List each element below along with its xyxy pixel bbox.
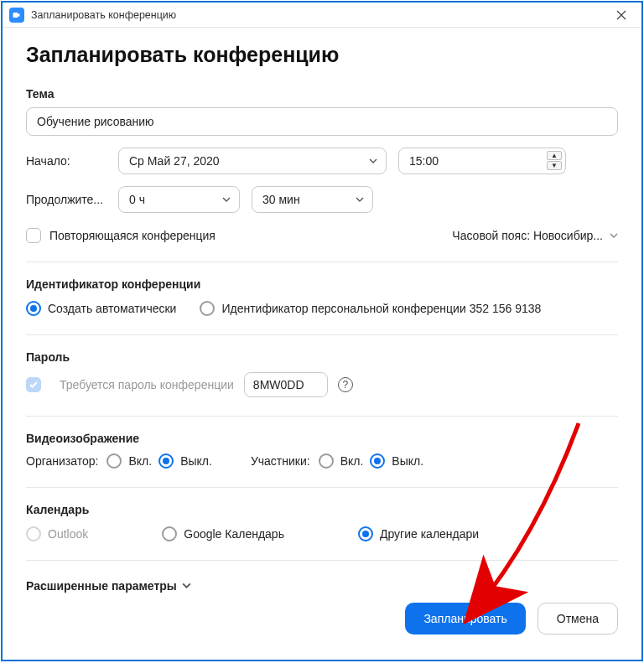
timezone-text: Часовой пояс: Новосибир... bbox=[452, 229, 603, 242]
require-password-label: Требуется пароль конференции bbox=[60, 378, 234, 391]
host-video-off[interactable]: Выкл. bbox=[158, 453, 212, 469]
start-date-combo[interactable]: Ср Май 27, 2020 bbox=[118, 148, 387, 174]
host-video-on[interactable]: Вкл. bbox=[106, 453, 152, 469]
participant-label: Участники: bbox=[251, 454, 310, 468]
window-title: Запланировать конференцию bbox=[31, 9, 606, 21]
radio-icon bbox=[158, 453, 174, 469]
participant-video-on[interactable]: Вкл. bbox=[319, 453, 364, 469]
calendar-options: Outlook Google Календарь Другие календар… bbox=[26, 526, 618, 541]
start-time-input[interactable]: 15:00 ▲ ▼ bbox=[398, 148, 566, 174]
meeting-id-section-label: Идентификатор конференции bbox=[26, 277, 618, 291]
timezone-link[interactable]: Часовой пояс: Новосибир... bbox=[452, 229, 618, 242]
radio-icon bbox=[26, 301, 41, 316]
recurring-label: Повторяющаяся конференция bbox=[49, 229, 216, 242]
meeting-id-options: Создать автоматически Идентификатор перс… bbox=[26, 301, 618, 316]
off-label: Выкл. bbox=[180, 454, 212, 468]
titlebar: Запланировать конференцию bbox=[3, 3, 641, 28]
on-label: Вкл. bbox=[128, 454, 152, 468]
help-icon[interactable]: ? bbox=[338, 377, 353, 392]
calendar-section-label: Календарь bbox=[26, 503, 618, 516]
host-label: Организатор: bbox=[26, 454, 98, 468]
time-step-up[interactable]: ▲ bbox=[547, 151, 562, 160]
separator bbox=[26, 334, 618, 335]
calendar-google-option[interactable]: Google Календарь bbox=[162, 526, 284, 541]
zoom-app-icon bbox=[9, 8, 24, 23]
cancel-button[interactable]: Отмена bbox=[538, 603, 618, 635]
start-date-value: Ср Май 27, 2020 bbox=[129, 154, 220, 168]
duration-hours-combo[interactable]: 0 ч bbox=[118, 186, 240, 213]
close-icon[interactable] bbox=[606, 3, 636, 27]
password-section-label: Пароль bbox=[26, 350, 618, 364]
advanced-toggle[interactable]: Расширенные параметры bbox=[26, 579, 618, 593]
separator bbox=[26, 416, 618, 417]
chevron-down-icon bbox=[356, 193, 364, 206]
radio-icon bbox=[358, 526, 373, 541]
calendar-google-label: Google Календарь bbox=[184, 527, 284, 541]
meeting-id-auto-option[interactable]: Создать автоматически bbox=[26, 301, 176, 316]
separator bbox=[26, 487, 618, 488]
require-password-checkbox bbox=[26, 377, 41, 392]
off-label: Выкл. bbox=[392, 454, 423, 468]
radio-icon bbox=[162, 526, 177, 541]
radio-icon bbox=[26, 526, 41, 541]
content-area: Запланировать конференцию Тема Начало: С… bbox=[3, 28, 641, 660]
chevron-down-icon bbox=[222, 193, 231, 206]
on-label: Вкл. bbox=[340, 454, 364, 468]
duration-label: Продолжите... bbox=[26, 193, 110, 206]
radio-icon bbox=[370, 453, 385, 469]
recurring-checkbox[interactable] bbox=[26, 228, 41, 243]
radio-icon bbox=[319, 453, 334, 469]
meeting-id-auto-label: Создать автоматически bbox=[48, 302, 176, 315]
duration-row: Продолжите... 0 ч 30 мин bbox=[26, 186, 618, 213]
separator bbox=[26, 560, 618, 561]
advanced-label: Расширенные параметры bbox=[26, 579, 177, 593]
chevron-down-icon bbox=[182, 579, 191, 593]
chevron-down-icon bbox=[369, 154, 377, 168]
host-video-group: Организатор: Вкл. Выкл. bbox=[26, 453, 212, 469]
schedule-meeting-window: Запланировать конференцию Запланировать … bbox=[1, 1, 643, 661]
page-title: Запланировать конференцию bbox=[26, 43, 618, 67]
separator bbox=[26, 262, 618, 262]
radio-icon bbox=[200, 301, 215, 316]
participant-video-group: Участники: Вкл. Выкл. bbox=[251, 453, 423, 469]
calendar-outlook-option[interactable]: Outlook bbox=[26, 526, 88, 541]
time-spinner: ▲ ▼ bbox=[547, 151, 562, 170]
radio-icon bbox=[106, 453, 122, 469]
password-row: Требуется пароль конференции ? bbox=[26, 372, 618, 397]
duration-minutes-value: 30 мин bbox=[262, 193, 300, 206]
participant-video-off[interactable]: Выкл. bbox=[370, 453, 423, 469]
time-step-down[interactable]: ▼ bbox=[547, 161, 562, 170]
duration-minutes-combo[interactable]: 30 мин bbox=[252, 186, 373, 213]
calendar-other-option[interactable]: Другие календари bbox=[358, 526, 479, 541]
recurring-row: Повторяющаяся конференция Часовой пояс: … bbox=[26, 228, 618, 243]
footer-buttons: Запланировать Отмена bbox=[26, 603, 618, 635]
start-time-value: 15:00 bbox=[409, 154, 439, 168]
topic-label: Тема bbox=[26, 87, 618, 101]
duration-hours-value: 0 ч bbox=[129, 193, 145, 206]
video-row: Организатор: Вкл. Выкл. Участники: Вкл. bbox=[26, 453, 618, 469]
meeting-id-personal-option[interactable]: Идентификатор персональной конференции 3… bbox=[200, 301, 541, 316]
calendar-outlook-label: Outlook bbox=[48, 527, 88, 541]
chevron-down-icon bbox=[610, 229, 618, 242]
calendar-other-label: Другие календари bbox=[380, 527, 479, 541]
topic-input[interactable] bbox=[26, 107, 618, 136]
video-section-label: Видеоизображение bbox=[26, 432, 618, 445]
start-row: Начало: Ср Май 27, 2020 15:00 ▲ ▼ bbox=[26, 148, 618, 174]
start-label: Начало: bbox=[26, 154, 110, 168]
meeting-id-personal-label: Идентификатор персональной конференции 3… bbox=[221, 302, 541, 315]
password-input[interactable] bbox=[244, 372, 328, 397]
schedule-button[interactable]: Запланировать bbox=[405, 603, 525, 635]
